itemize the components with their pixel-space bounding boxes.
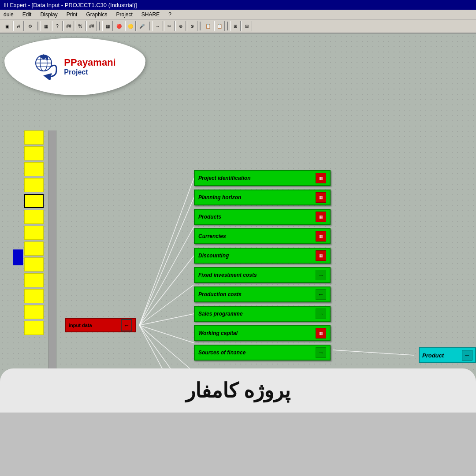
logo-brand-p: P (64, 57, 71, 68)
tb-btn-7[interactable]: % (75, 21, 86, 31)
yellow-block-6[interactable] (24, 210, 44, 224)
tb-btn-5[interactable]: ? (52, 21, 63, 31)
yellow-block-10[interactable] (24, 273, 44, 287)
green-item-products[interactable]: Products ▦ (194, 209, 331, 225)
tb-btn-12[interactable]: 🎤 (137, 21, 147, 31)
yellow-block-9[interactable] (24, 257, 44, 271)
menu-edit[interactable]: Edit (21, 11, 33, 18)
arrow-icon-7: → (316, 309, 326, 319)
svg-line-13 (139, 314, 194, 325)
logo-text: PPayamani Project (64, 57, 115, 76)
svg-line-8 (139, 178, 194, 325)
green-item-label-2: Products (198, 214, 221, 220)
tb-sep-5 (227, 22, 228, 30)
menu-dule[interactable]: dule (2, 11, 15, 18)
tb-sep-2 (99, 22, 100, 30)
footer: پروژه کامفار (0, 368, 476, 413)
tb-btn-8[interactable]: ## (86, 21, 97, 31)
tb-btn-17[interactable]: 📋 (203, 21, 213, 31)
tb-btn-18[interactable]: 📋 (214, 21, 225, 31)
grid-icon-0: ▦ (316, 173, 326, 183)
green-item-fixed-investment[interactable]: Fixed investment costs → (194, 267, 331, 283)
tb-btn-6[interactable]: ## (63, 21, 74, 31)
yellow-block-12[interactable] (24, 305, 44, 319)
menu-display[interactable]: Display (38, 11, 59, 18)
menu-bar: dule Edit Display Print Graphics Project… (0, 10, 476, 19)
yellow-sidebar (24, 130, 44, 335)
yellow-block-4[interactable] (24, 178, 44, 192)
grid-icon-3: ▦ (316, 231, 326, 242)
toolbar: ▣ 🖨 ⚙ ▦ ? ## % ## ▦ 🔴 🟡 🎤 ↔ ✂ ⊕ ⊗ 📋 📋 ⊞ … (0, 19, 476, 33)
svg-line-10 (139, 227, 194, 325)
tb-btn-19[interactable]: ⊞ (230, 21, 241, 31)
yellow-block-5[interactable] (24, 194, 44, 208)
logo-brand-rest: Payamani (71, 57, 116, 68)
input-data-node[interactable]: input data ← (65, 318, 136, 332)
grid-icon-4: ▦ (316, 250, 326, 261)
tb-btn-20[interactable]: ⊟ (242, 21, 252, 31)
grid-icon-8: ▦ (316, 328, 326, 338)
tb-btn-4[interactable]: ▦ (41, 21, 51, 31)
tb-btn-10[interactable]: 🔴 (114, 21, 124, 31)
menu-project[interactable]: Project (114, 11, 134, 18)
green-item-sources-finance[interactable]: Sources of finance → (194, 345, 331, 361)
tb-btn-3[interactable]: ⚙ (25, 21, 35, 31)
yellow-block-8[interactable] (24, 242, 44, 256)
logo-sub: Project (64, 68, 115, 76)
title-bar: III Expert - [Data Input - PROJECT1.C30 … (0, 0, 476, 10)
product-node[interactable]: Product ← (419, 347, 476, 363)
green-items-container: Project identification ▦ Planning horizo… (194, 170, 331, 361)
input-data-label: input data (69, 323, 92, 328)
svg-line-11 (139, 256, 194, 325)
tb-btn-14[interactable]: ✂ (164, 21, 175, 31)
yellow-block-11[interactable] (24, 289, 44, 303)
svg-rect-6 (47, 57, 48, 60)
menu-help[interactable]: ? (167, 11, 173, 18)
menu-share[interactable]: SHARE (140, 11, 161, 18)
grid-icon-2: ▦ (316, 212, 326, 222)
svg-line-15 (139, 325, 194, 372)
tb-btn-2[interactable]: 🖨 (13, 21, 24, 31)
logo-overlay: PPayamani Project (4, 38, 145, 95)
tb-btn-1[interactable]: ▣ (2, 21, 12, 31)
green-item-label-0: Project identification (198, 175, 251, 181)
product-arrow: ← (462, 350, 472, 361)
yellow-block-7[interactable] (24, 226, 44, 240)
green-item-working-capital[interactable]: Working capital ▦ (194, 325, 331, 341)
green-item-planning-horizon[interactable]: Planning horizon ▦ (194, 190, 331, 205)
svg-line-18 (333, 350, 414, 355)
arrow-icon-9: → (316, 347, 326, 358)
tb-btn-15[interactable]: ⊕ (175, 21, 186, 31)
yellow-block-2[interactable] (24, 146, 44, 160)
yellow-block-1[interactable] (24, 130, 44, 145)
tb-btn-11[interactable]: 🟡 (125, 21, 136, 31)
arrow-icon-5: → (316, 270, 326, 280)
svg-line-12 (139, 285, 194, 325)
title-text: III Expert - [Data Input - PROJECT1.C30 … (4, 2, 137, 8)
footer-text: پروژه کامفار (186, 379, 291, 402)
green-item-label-8: Working capital (198, 330, 238, 336)
green-item-discounting[interactable]: Discounting ▦ (194, 248, 331, 264)
yellow-block-3[interactable] (24, 162, 44, 176)
green-item-project-identification[interactable]: Project identification ▦ (194, 170, 331, 186)
green-item-production-costs[interactable]: Production costs ← (194, 286, 331, 302)
menu-graphics[interactable]: Graphics (84, 11, 109, 18)
logo-icon (34, 53, 60, 80)
yellow-block-13[interactable] (24, 321, 44, 335)
green-item-label-3: Currencies (198, 233, 226, 239)
green-item-currencies[interactable]: Currencies ▦ (194, 228, 331, 244)
green-item-sales-programme[interactable]: Sales programme → (194, 306, 331, 322)
tb-btn-9[interactable]: ▦ (102, 21, 113, 31)
tb-btn-13[interactable]: ↔ (152, 21, 163, 31)
svg-line-9 (139, 197, 194, 325)
green-item-label-6: Production costs (198, 291, 242, 298)
main-canvas: PPayamani Project (0, 33, 476, 413)
product-label: Product (422, 352, 444, 359)
tb-sep-4 (200, 22, 201, 30)
tb-sep-1 (37, 22, 38, 30)
menu-print[interactable]: Print (65, 11, 79, 18)
tb-btn-16[interactable]: ⊗ (187, 21, 197, 31)
grid-icon-1: ▦ (316, 192, 326, 203)
input-data-arrow: ← (121, 319, 132, 331)
blue-indicator-block (13, 249, 23, 265)
